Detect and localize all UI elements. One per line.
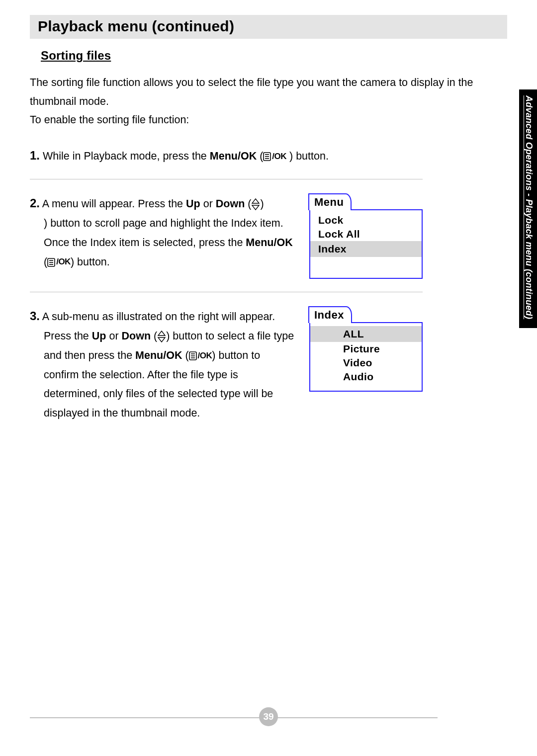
step-2: 2. A menu will appear. Press the Up or D…	[30, 179, 423, 292]
svg-marker-4	[252, 199, 259, 203]
step-3: 3. A sub-menu as illustrated on the righ…	[30, 292, 423, 436]
step-3-continuation: Press the Up or Down ( ) button to selec…	[30, 327, 294, 422]
step-1-text: 1. While in Playback mode, press the Men…	[30, 145, 423, 166]
svg-marker-10	[158, 331, 165, 336]
manual-page: Advanced Operations - Playback menu (con…	[0, 0, 537, 756]
menu-ok-icon: /OK	[47, 254, 71, 270]
index-item-picture: Picture	[316, 342, 418, 356]
index-screenshot: Index ALL Picture Video Audio	[309, 305, 423, 392]
index-item-video: Video	[316, 356, 418, 370]
step-3-frag-b: Up	[92, 330, 106, 342]
step-2-frag-b: Up	[186, 198, 200, 210]
step-3-number: 3.	[30, 309, 40, 323]
intro-line-1: The sorting file function allows you to …	[30, 77, 473, 107]
menu-ok-icon: /OK	[263, 149, 286, 165]
step-2-continuation: ) button to scroll page and highlight th…	[30, 214, 294, 271]
side-section-tab: Advanced Operations - Playback menu (con…	[519, 89, 537, 328]
up-down-icon	[157, 331, 166, 342]
menu-screenshot: Menu Lock Lock All Index	[309, 192, 423, 279]
step-2-frag-d: Down	[216, 198, 245, 210]
step-2-number: 2.	[30, 196, 40, 210]
intro-line-2: To enable the sorting file function:	[30, 114, 189, 126]
menu-screenshot-tab: Menu	[308, 193, 352, 210]
page-title: Playback menu (continued)	[30, 15, 507, 39]
step-1-frag-c: (	[257, 150, 263, 162]
step-1-frag-b: Menu/OK	[210, 150, 257, 162]
step-2-frag-a: A menu will appear. Press the	[42, 198, 186, 210]
step-2-frag-g: Menu/OK	[246, 237, 292, 249]
up-down-icon	[251, 198, 260, 210]
step-1-frag-a: While in Playback mode, press the	[43, 150, 210, 162]
ok-label: /OK	[272, 149, 286, 165]
ok-label: /OK	[198, 348, 212, 364]
step-1-number: 1.	[30, 149, 40, 162]
step-2-frag-e: (	[245, 198, 251, 210]
menu-item-lock: Lock	[316, 213, 418, 227]
index-screenshot-tab: Index	[308, 306, 352, 323]
subsection-heading: Sorting files	[41, 49, 507, 63]
menu-screenshot-panel: Lock Lock All Index	[309, 209, 423, 279]
step-1: 1. While in Playback mode, press the Men…	[30, 145, 423, 179]
steps-list: 1. While in Playback mode, press the Men…	[30, 145, 423, 436]
menu-item-lock-all: Lock All	[316, 227, 418, 241]
step-2-frag-c: or	[200, 198, 216, 210]
menu-ok-icon: /OK	[189, 348, 212, 364]
footer-rule	[30, 717, 438, 718]
step-3-text: 3. A sub-menu as illustrated on the righ…	[30, 305, 294, 423]
step-3-frag-h: (	[182, 349, 188, 361]
step-2-frag-i: ) button.	[71, 256, 110, 268]
intro-text: The sorting file function allows you to …	[30, 74, 507, 130]
step-3-frag-a: A sub-menu as illustrated on the right w…	[42, 311, 275, 323]
page-number: 39	[263, 711, 273, 722]
menu-item-index: Index	[310, 241, 422, 257]
step-2-frag-h: (	[44, 256, 47, 268]
svg-marker-5	[252, 205, 259, 210]
step-3-frag-d: Down	[122, 330, 151, 342]
page-number-badge: 39	[259, 707, 278, 726]
step-2-text: 2. A menu will appear. Press the Up or D…	[30, 192, 294, 279]
menu-item-blank	[316, 257, 418, 271]
index-item-all: ALL	[310, 326, 422, 342]
step-3-frag-e: (	[151, 330, 157, 342]
step-1-frag-d: ) button.	[286, 150, 329, 162]
side-section-label: Advanced Operations - Playback menu (con…	[524, 95, 534, 319]
step-2-frag-f-start: )	[260, 198, 264, 210]
step-3-frag-b-pre: Press the	[44, 330, 92, 342]
svg-marker-11	[158, 337, 165, 342]
ok-label: /OK	[56, 254, 71, 270]
index-screenshot-panel: ALL Picture Video Audio	[309, 322, 423, 392]
index-item-audio: Audio	[316, 370, 418, 384]
step-3-frag-c: or	[106, 330, 121, 342]
step-3-frag-g: Menu/OK	[135, 349, 182, 361]
